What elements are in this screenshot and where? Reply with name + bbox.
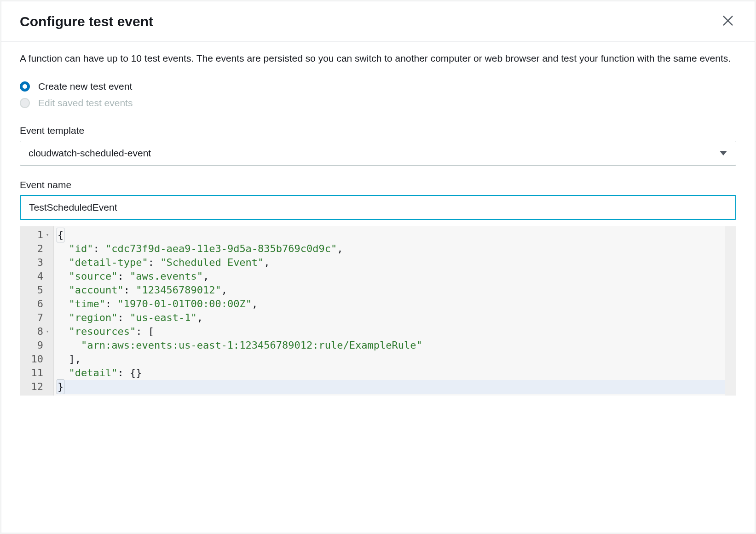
radio-edit-saved: Edit saved test events xyxy=(20,98,736,109)
code-token: "resources" xyxy=(69,325,136,339)
code-token xyxy=(57,325,69,339)
event-template-label: Event template xyxy=(20,125,736,136)
code-token: "arn:aws:events:us-east-1:123456789012:r… xyxy=(81,339,422,352)
radio-selected-icon xyxy=(20,81,30,92)
code-line[interactable]: } xyxy=(57,380,725,394)
event-mode-radio-group: Create new test event Edit saved test ev… xyxy=(20,81,736,109)
editor-scrollbar[interactable] xyxy=(725,226,736,396)
configure-test-event-modal: Configure test event A function can have… xyxy=(1,1,755,533)
code-token: "us-east-1" xyxy=(130,311,197,325)
code-token: { xyxy=(57,228,64,242)
code-token: , xyxy=(264,256,270,270)
code-token: : xyxy=(117,270,130,283)
event-name-input[interactable] xyxy=(20,195,736,220)
fold-toggle-icon[interactable]: ▾ xyxy=(45,228,50,242)
line-number: 1 xyxy=(37,228,43,242)
code-line[interactable]: "arn:aws:events:us-east-1:123456789012:r… xyxy=(57,339,725,352)
gutter-line: 11 xyxy=(27,366,50,380)
code-line[interactable]: "time": "1970-01-01T00:00:00Z", xyxy=(57,297,725,311)
code-token: : xyxy=(148,256,161,270)
gutter-line: 5 xyxy=(27,283,50,297)
code-line[interactable]: "region": "us-east-1", xyxy=(57,311,725,325)
code-token: "source" xyxy=(69,270,118,283)
code-token: : xyxy=(93,242,105,256)
code-token: ], xyxy=(57,352,81,366)
code-token: "123456789012" xyxy=(136,283,221,297)
code-token xyxy=(57,242,69,256)
gutter-line: 10 xyxy=(27,352,50,366)
code-token: "cdc73f9d-aea9-11e3-9d5a-835b769c0d9c" xyxy=(105,242,337,256)
modal-description: A function can have up to 10 test events… xyxy=(20,51,736,66)
line-number: 5 xyxy=(37,283,43,297)
modal-header: Configure test event xyxy=(1,1,755,42)
radio-create-label: Create new test event xyxy=(38,81,132,92)
code-token: "aws.events" xyxy=(130,270,203,283)
code-token: "time" xyxy=(69,297,105,311)
code-token: "region" xyxy=(69,311,118,325)
event-template-select-wrap: cloudwatch-scheduled-event xyxy=(20,141,736,166)
code-line[interactable]: "id": "cdc73f9d-aea9-11e3-9d5a-835b769c0… xyxy=(57,242,725,256)
code-token: "detail" xyxy=(69,366,118,380)
code-token xyxy=(57,311,69,325)
code-token xyxy=(57,270,69,283)
code-token: , xyxy=(337,242,343,256)
code-line[interactable]: { xyxy=(57,228,725,242)
gutter-line: 12 xyxy=(27,380,50,394)
gutter-line: 1▾ xyxy=(27,228,50,242)
json-editor[interactable]: 1▾2345678▾9101112 { "id": "cdc73f9d-aea9… xyxy=(20,226,736,396)
code-line[interactable]: "account": "123456789012", xyxy=(57,283,725,297)
code-token: } xyxy=(57,379,64,394)
gutter-line: 6 xyxy=(27,297,50,311)
code-token xyxy=(57,366,69,380)
code-token: : [ xyxy=(136,325,154,339)
close-icon xyxy=(721,14,734,29)
code-line[interactable]: ], xyxy=(57,352,725,366)
gutter-line: 3 xyxy=(27,256,50,270)
code-token: , xyxy=(203,270,209,283)
line-number: 9 xyxy=(37,339,43,352)
radio-edit-label: Edit saved test events xyxy=(38,98,133,109)
code-token: : {} xyxy=(117,366,142,380)
code-line[interactable]: "detail-type": "Scheduled Event", xyxy=(57,256,725,270)
code-line[interactable]: "resources": [ xyxy=(57,325,725,339)
gutter-line: 7 xyxy=(27,311,50,325)
code-token: "detail-type" xyxy=(69,256,148,270)
line-number: 8 xyxy=(37,325,43,339)
modal-title: Configure test event xyxy=(20,14,153,29)
editor-gutter: 1▾2345678▾9101112 xyxy=(20,226,54,396)
gutter-line: 2 xyxy=(27,242,50,256)
code-token: , xyxy=(252,297,258,311)
event-name-label: Event name xyxy=(20,179,736,190)
fold-toggle-icon[interactable]: ▾ xyxy=(45,325,50,339)
radio-unselected-icon xyxy=(20,98,30,108)
close-button[interactable] xyxy=(720,12,736,30)
code-token: : xyxy=(124,283,136,297)
modal-body: A function can have up to 10 test events… xyxy=(1,42,755,409)
code-token: "id" xyxy=(69,242,93,256)
code-token xyxy=(57,339,81,352)
code-token xyxy=(57,283,69,297)
code-token xyxy=(57,256,69,270)
code-line[interactable]: "detail": {} xyxy=(57,366,725,380)
line-number: 10 xyxy=(31,352,44,366)
code-token: "Scheduled Event" xyxy=(160,256,264,270)
line-number: 11 xyxy=(31,366,44,380)
event-template-value: cloudwatch-scheduled-event xyxy=(29,148,151,159)
radio-create-new[interactable]: Create new test event xyxy=(20,81,736,92)
line-number: 4 xyxy=(37,270,43,283)
line-number: 12 xyxy=(31,380,44,394)
line-number: 6 xyxy=(37,297,43,311)
code-token: : xyxy=(117,311,130,325)
gutter-line: 8▾ xyxy=(27,325,50,339)
code-token: , xyxy=(221,283,227,297)
editor-surface[interactable]: { "id": "cdc73f9d-aea9-11e3-9d5a-835b769… xyxy=(54,226,725,396)
code-line[interactable]: "source": "aws.events", xyxy=(57,270,725,283)
code-token: "1970-01-01T00:00:00Z" xyxy=(117,297,251,311)
code-token xyxy=(57,297,69,311)
code-token: "account" xyxy=(69,283,124,297)
line-number: 3 xyxy=(37,256,43,270)
event-template-select[interactable]: cloudwatch-scheduled-event xyxy=(20,141,736,166)
line-number: 2 xyxy=(37,242,43,256)
gutter-line: 9 xyxy=(27,339,50,352)
code-token: : xyxy=(105,297,118,311)
